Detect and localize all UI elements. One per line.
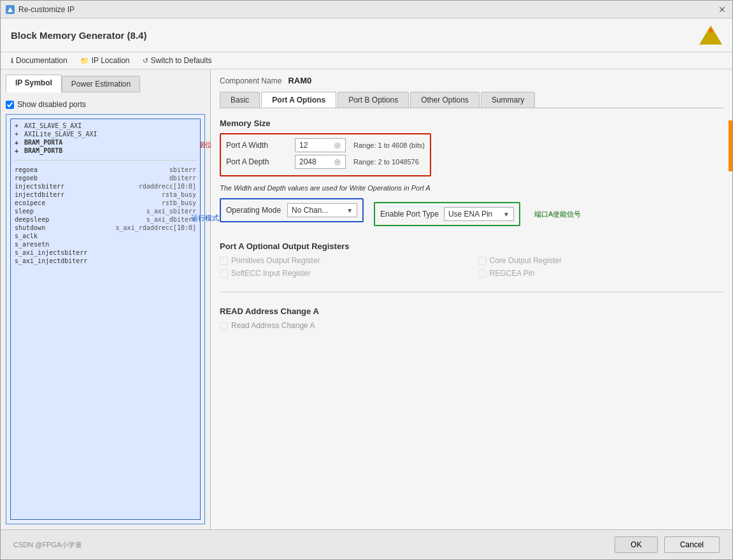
regcea-pin-row: REGCEA Pin [478, 269, 724, 278]
info-icon: ℹ [11, 57, 13, 65]
read-address-title: READ Address Change A [220, 306, 723, 316]
list-item: injectdbiterr rsta_busy [13, 190, 197, 199]
content-tabs: Basic Port A Options Port B Options Othe… [220, 92, 723, 108]
show-disabled-checkbox[interactable] [6, 101, 14, 109]
core-output-register-row: Core Output Register [478, 256, 724, 265]
orange-indicator [729, 120, 732, 171]
right-panel: Component Name RAM0 Basic Port A Options… [211, 69, 732, 529]
logo-dot [709, 29, 713, 32]
tab-power-estimation[interactable]: Power Estimation [62, 76, 140, 92]
tab-summary[interactable]: Summary [481, 92, 535, 108]
tab-port-b-options-label: Port B Options [348, 96, 398, 104]
app-title: Block Memory Generator (8.4) [11, 30, 699, 41]
ip-location-label: IP Location [92, 56, 130, 65]
port-a-depth-range: Range: 2 to 1048576 [353, 158, 419, 166]
read-address-change-a-row: Read Address Change A [220, 321, 723, 330]
tab-ip-symbol-label: IP Symbol [15, 78, 52, 87]
folder-icon: 📁 [80, 57, 89, 65]
port-a-width-clear-icon[interactable]: ⊗ [334, 140, 341, 150]
tab-port-b-options[interactable]: Port B Options [338, 92, 409, 108]
symbol-inner: + AXI_SLAVE_S_AXI + AXILite_SLAVE_S_AXI … [10, 118, 201, 520]
regcea-pin-checkbox[interactable] [478, 269, 487, 278]
close-button[interactable]: ✕ [717, 4, 727, 15]
main-area: IP Symbol Power Estimation Show disabled… [1, 69, 732, 529]
operating-mode-select[interactable]: No Chan... ▼ [287, 203, 357, 217]
switch-to-defaults-link[interactable]: ↺ Switch to Defaults [143, 56, 212, 65]
list-item: injectsbiterr rdaddrecc[10:0] [13, 182, 197, 190]
read-address-change-a-checkbox[interactable] [220, 322, 228, 330]
cancel-button[interactable]: Cancel [664, 536, 720, 553]
memory-size-box: Port A Width 12 ⊗ Range: 1 to 4608 (bits… [220, 133, 431, 176]
left-panel: IP Symbol Power Estimation Show disabled… [1, 69, 211, 529]
annotation-enable-port: 端口A使能信号 [534, 210, 581, 219]
list-item: s_axi_injectdbiterr [13, 257, 197, 265]
list-item: sleep s_axi_sbiterr [13, 207, 197, 215]
port-a-width-range: Range: 1 to 4608 (bits) [353, 141, 425, 149]
component-name-row: Component Name RAM0 [220, 76, 723, 85]
register-grid: Primitives Output Register Core Output R… [220, 256, 723, 278]
tab-other-options[interactable]: Other Options [410, 92, 480, 108]
documentation-link[interactable]: ℹ Documentation [11, 56, 68, 65]
tab-summary-label: Summary [492, 96, 524, 104]
operating-mode-arrow-icon: ▼ [346, 207, 353, 214]
tab-basic-label: Basic [231, 96, 249, 104]
soft-ecc-register-row: SoftECC Input Register [220, 269, 466, 278]
list-item: ecoipece rstb_busy [13, 199, 197, 207]
port-a-depth-value: 2048 [299, 157, 317, 166]
read-address-section: READ Address Change A Read Address Chang… [220, 304, 723, 330]
tab-port-a-options[interactable]: Port A Options [261, 92, 336, 108]
memory-size-note: The Width and Depth values are used for … [220, 184, 723, 192]
list-item: s_axi_injectsbiterr [13, 248, 197, 257]
ip-location-link[interactable]: 📁 IP Location [80, 56, 130, 65]
port-a-depth-input[interactable]: 2048 ⊗ [295, 155, 346, 169]
refresh-icon: ↺ [143, 57, 148, 65]
footer-brand: CSDN @FPGA小学童 [13, 540, 82, 550]
operating-mode-box: Operating Mode No Chan... ▼ [220, 198, 364, 222]
tab-ip-symbol[interactable]: IP Symbol [6, 75, 62, 92]
title-bar: Re-customize IP ✕ [1, 1, 732, 18]
menu-bar: ℹ Documentation 📁 IP Location ↺ Switch t… [1, 52, 732, 69]
documentation-label: Documentation [16, 56, 68, 65]
core-output-register-checkbox[interactable] [478, 257, 487, 265]
read-address-change-a-label: Read Address Change A [231, 321, 315, 330]
enable-port-box: Enable Port Type Use ENA Pin ▼ [374, 202, 520, 226]
optional-registers: Port A Optional Output Registers Primiti… [220, 239, 723, 278]
switch-to-defaults-label: Switch to Defaults [151, 56, 212, 65]
enable-port-select[interactable]: Use ENA Pin ▼ [444, 207, 514, 221]
primitives-output-register-label: Primitives Output Register [231, 256, 320, 265]
list-item: shutdown s_axi_rdaddrecc[10:0] [13, 224, 197, 232]
regcea-pin-label: REGCEA Pin [490, 269, 535, 278]
primitives-output-register-checkbox[interactable] [220, 257, 228, 265]
list-item: + BRAM_PORTB [13, 147, 197, 155]
enable-port-value: Use ENA Pin [448, 210, 492, 219]
port-a-depth-label: Port A Depth [226, 157, 290, 166]
operating-mode-value: No Chan... [292, 206, 328, 215]
port-a-depth-clear-icon[interactable]: ⊗ [334, 157, 341, 167]
enable-port-label: Enable Port Type [380, 210, 439, 219]
show-disabled-row: Show disabled ports [6, 97, 205, 111]
mode-row: Operating Mode No Chan... ▼ Enable Port … [220, 198, 723, 230]
tab-power-estimation-label: Power Estimation [71, 80, 131, 89]
list-item: s_aclk [13, 232, 197, 240]
port-a-width-input[interactable]: 12 ⊗ [295, 138, 346, 152]
core-output-register-label: Core Output Register [490, 256, 562, 265]
port-a-width-row: Port A Width 12 ⊗ Range: 1 to 4608 (bits… [226, 138, 425, 152]
toolbar: Block Memory Generator (8.4) [1, 18, 732, 52]
memory-size-title: Memory Size [220, 118, 723, 128]
list-item: regoeb dbiterr [13, 174, 197, 182]
window-title: Re-customize IP [18, 5, 75, 14]
list-item: deepsleep s_axi_dbiterr [13, 215, 197, 224]
symbol-box: 数据位宽和深度 运行模式 + AXI_SLAVE_S_AXI + AXILite… [6, 114, 205, 524]
component-name-value: RAM0 [288, 76, 311, 85]
port-a-width-label: Port A Width [226, 141, 290, 150]
soft-ecc-register-checkbox[interactable] [220, 269, 228, 278]
soft-ecc-register-label: SoftECC Input Register [231, 269, 311, 278]
ok-button[interactable]: OK [615, 536, 657, 553]
port-a-width-value: 12 [299, 141, 308, 150]
divider [13, 160, 197, 161]
title-bar-left: Re-customize IP [6, 5, 75, 14]
enable-port-arrow-icon: ▼ [503, 211, 509, 218]
port-a-depth-row: Port A Depth 2048 ⊗ Range: 2 to 1048576 [226, 155, 425, 169]
list-item: + AXILite_SLAVE_S_AXI [13, 130, 197, 138]
tab-basic[interactable]: Basic [220, 92, 260, 108]
